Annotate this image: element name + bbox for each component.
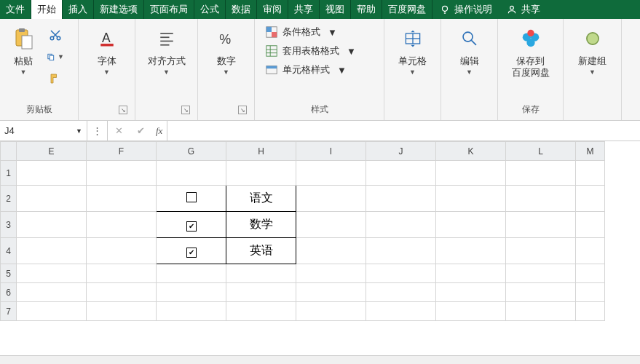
cell[interactable]	[296, 161, 366, 186]
cell[interactable]	[17, 238, 87, 264]
paste-button[interactable]: 粘贴 ▼	[4, 23, 42, 76]
cell[interactable]	[157, 283, 226, 302]
col-header[interactable]: I	[296, 142, 366, 161]
dialog-launcher[interactable]: ↘	[238, 106, 247, 114]
cell[interactable]	[17, 212, 87, 238]
cell-checkbox[interactable]	[157, 238, 226, 264]
col-header[interactable]: G	[157, 142, 226, 161]
cell[interactable]	[296, 283, 366, 302]
insert-function-button[interactable]: fx	[151, 121, 167, 141]
menu-home[interactable]: 开始	[31, 0, 63, 19]
cell[interactable]: 语文	[226, 186, 296, 212]
conditional-formatting-button[interactable]: 条件格式▼	[259, 23, 379, 41]
cell[interactable]	[506, 238, 576, 264]
enter-button[interactable]: ✔	[130, 121, 151, 141]
checkbox-checked-icon[interactable]	[186, 248, 197, 258]
row-header[interactable]: 4	[1, 238, 17, 264]
row-header[interactable]: 1	[1, 161, 17, 186]
cell[interactable]: 数学	[226, 212, 296, 238]
menu-view[interactable]: 视图	[320, 0, 351, 19]
cell[interactable]	[576, 212, 605, 238]
cells-button[interactable]: 单元格 ▼	[389, 23, 436, 76]
cell[interactable]	[576, 283, 605, 302]
cell[interactable]	[576, 161, 605, 186]
cell[interactable]	[436, 283, 506, 302]
cell-checkbox[interactable]	[157, 212, 226, 238]
row-header[interactable]: 5	[1, 264, 17, 283]
cell[interactable]	[226, 264, 296, 283]
name-box[interactable]: J4 ▼	[0, 121, 87, 141]
cell[interactable]	[366, 161, 436, 186]
cell[interactable]	[436, 186, 506, 212]
cell[interactable]	[157, 264, 226, 283]
cell[interactable]	[87, 283, 157, 302]
cell[interactable]	[366, 238, 436, 264]
checkbox-checked-icon[interactable]	[186, 221, 197, 232]
cell[interactable]	[506, 264, 576, 283]
select-all-corner[interactable]	[1, 142, 17, 161]
cell[interactable]	[436, 212, 506, 238]
cell[interactable]	[436, 161, 506, 186]
cell[interactable]	[576, 238, 605, 264]
cell[interactable]	[436, 264, 506, 283]
col-header[interactable]: H	[226, 142, 296, 161]
number-button[interactable]: % 数字 ▼	[202, 23, 250, 76]
cell[interactable]	[157, 161, 226, 186]
cell[interactable]	[87, 161, 157, 186]
cell[interactable]	[506, 302, 576, 321]
cell[interactable]	[226, 302, 296, 321]
newgroup-button[interactable]: 新建组 ▼	[568, 23, 617, 76]
col-header[interactable]: K	[436, 142, 506, 161]
cell[interactable]	[296, 186, 366, 212]
cell[interactable]	[17, 186, 87, 212]
menu-baidu[interactable]: 百度网盘	[382, 0, 432, 19]
copy-button[interactable]: ▼	[47, 48, 64, 66]
font-button[interactable]: A 字体 ▼	[83, 23, 130, 76]
cell[interactable]	[87, 186, 157, 212]
cell[interactable]	[576, 302, 605, 321]
cell[interactable]	[157, 302, 226, 321]
save-baidu-button[interactable]: 保存到 百度网盘	[502, 23, 558, 78]
menu-formulas[interactable]: 公式	[194, 0, 226, 19]
col-header[interactable]: E	[17, 142, 87, 161]
cell[interactable]	[366, 283, 436, 302]
cell[interactable]	[576, 186, 605, 212]
cell[interactable]	[576, 264, 605, 283]
row-header[interactable]: 6	[1, 283, 17, 302]
cell[interactable]	[87, 238, 157, 264]
col-header[interactable]: J	[366, 142, 436, 161]
cell[interactable]	[87, 212, 157, 238]
menu-file[interactable]: 文件	[0, 0, 31, 19]
cell[interactable]	[296, 302, 366, 321]
chevron-down-icon[interactable]: ▼	[76, 127, 82, 135]
cell[interactable]	[506, 161, 576, 186]
menu-review[interactable]: 审阅	[257, 0, 288, 19]
row-header[interactable]: 3	[1, 212, 17, 238]
checkbox-icon[interactable]	[186, 192, 197, 202]
cell[interactable]	[17, 283, 87, 302]
format-painter-button[interactable]	[47, 70, 64, 87]
cell-styles-button[interactable]: 单元格样式▼	[259, 61, 379, 79]
cell[interactable]	[366, 212, 436, 238]
cell[interactable]	[436, 238, 506, 264]
cell[interactable]	[506, 283, 576, 302]
cell[interactable]	[17, 161, 87, 186]
cell[interactable]	[366, 302, 436, 321]
dialog-launcher[interactable]: ↘	[181, 106, 190, 114]
menu-newoption[interactable]: 新建选项	[94, 0, 144, 19]
cell[interactable]	[366, 264, 436, 283]
menu-pagelayout[interactable]: 页面布局	[144, 0, 194, 19]
editing-button[interactable]: 编辑 ▼	[446, 23, 493, 76]
dialog-launcher[interactable]: ↘	[119, 106, 127, 114]
cell[interactable]	[506, 186, 576, 212]
tell-me[interactable]: 操作说明	[432, 0, 499, 19]
cell[interactable]	[366, 186, 436, 212]
col-header[interactable]: L	[506, 142, 576, 161]
col-header[interactable]: F	[87, 142, 157, 161]
menu-share-button[interactable]: 共享	[499, 0, 548, 19]
row-header[interactable]: 7	[1, 302, 17, 321]
cell[interactable]: 英语	[226, 238, 296, 264]
cell[interactable]	[296, 264, 366, 283]
cell[interactable]	[87, 264, 157, 283]
menu-help[interactable]: 帮助	[351, 0, 382, 19]
